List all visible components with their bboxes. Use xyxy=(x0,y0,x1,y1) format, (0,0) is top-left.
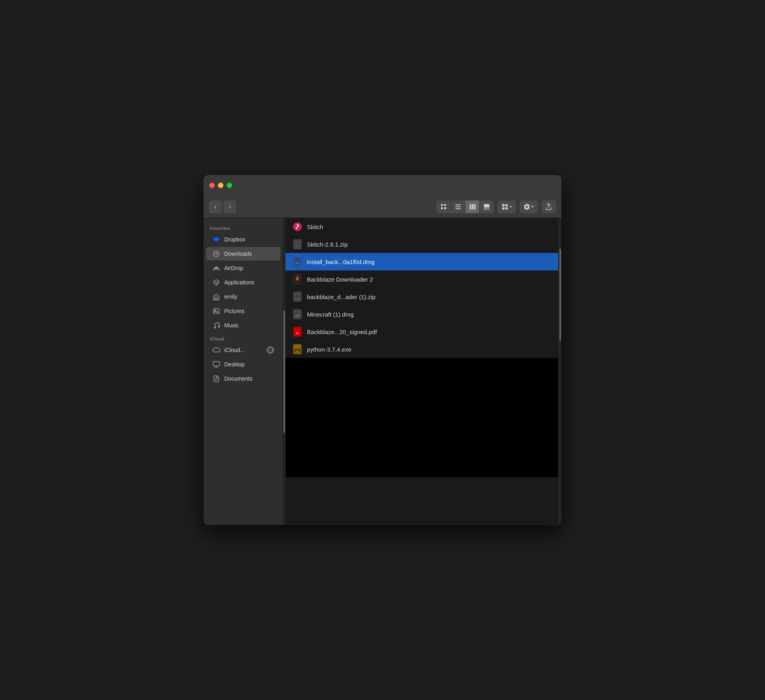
icloud-badge xyxy=(267,346,274,354)
svg-rect-3 xyxy=(444,207,446,209)
view-icon-btn[interactable] xyxy=(437,200,451,213)
sidebar-item-applications[interactable]: Applications xyxy=(206,276,280,289)
svg-rect-14 xyxy=(502,204,505,206)
svg-rect-13 xyxy=(488,208,489,210)
minecraft-dmg-file-name: Minecraft (1).dmg xyxy=(307,311,354,318)
svg-rect-11 xyxy=(484,208,485,210)
toolbar: ‹ › xyxy=(204,196,561,218)
svg-rect-2 xyxy=(441,207,443,209)
install-dmg-file-name: install_back...0a1f0d.dmg xyxy=(307,259,375,265)
back-button[interactable]: ‹ xyxy=(209,200,222,213)
column-scrollbar xyxy=(559,249,561,341)
sidebar-item-icloud[interactable]: iCloud... xyxy=(206,343,280,357)
backblaze-zip-file-name: backblaze_d...ader (1).zip xyxy=(307,294,376,300)
music-label: Music xyxy=(224,322,239,329)
file-item-python-exe[interactable]: EXE python-3.7.4.exe xyxy=(285,340,558,358)
sidebar: Favorites Dropbox Downloads xyxy=(204,218,283,525)
forward-button[interactable]: › xyxy=(223,200,236,213)
svg-rect-29 xyxy=(213,362,219,366)
applications-icon xyxy=(212,278,220,286)
backblaze-pdf-file-name: Backblaze...20_signed.pdf xyxy=(307,329,377,335)
group-dropdown-btn[interactable]: ▾ xyxy=(498,200,516,213)
svg-rect-42 xyxy=(293,309,301,319)
file-item-install-dmg[interactable]: DMG install_back...0a1f0d.dmg xyxy=(285,253,558,270)
column-divider[interactable] xyxy=(558,218,561,525)
maximize-button[interactable] xyxy=(227,183,232,188)
svg-text:EXE: EXE xyxy=(295,350,299,352)
file-item-minecraft-dmg[interactable]: DMG Minecraft (1).dmg xyxy=(285,305,558,323)
sidebar-item-dropbox[interactable]: Dropbox xyxy=(206,233,280,246)
backblaze-file-icon xyxy=(292,274,303,285)
zip-file-icon-2: ZIP xyxy=(292,291,303,302)
svg-rect-44 xyxy=(293,327,301,336)
file-list: Skitch ZIP Skitch-2.8.1.zip xyxy=(285,218,558,525)
sidebar-item-documents[interactable]: Documents xyxy=(206,372,280,385)
svg-rect-15 xyxy=(505,204,508,206)
preview-area xyxy=(285,358,558,477)
svg-text:ZIP: ZIP xyxy=(295,245,299,247)
sidebar-item-pictures[interactable]: Pictures xyxy=(206,304,280,318)
skitch-file-icon xyxy=(292,221,303,232)
dropbox-label: Dropbox xyxy=(224,236,245,243)
pdf-file-icon: PDF xyxy=(292,326,303,337)
documents-icon xyxy=(212,375,220,383)
python-exe-file-name: python-3.7.4.exe xyxy=(307,346,351,353)
icloud-label: iCloud xyxy=(204,332,283,343)
svg-rect-9 xyxy=(474,204,476,210)
exe-file-icon: EXE xyxy=(292,344,303,355)
dmg-file-icon-1: DMG xyxy=(292,256,303,267)
backblaze-dl-file-name: Backblaze Downloader 2 xyxy=(307,276,373,283)
skitch-file-name: Skitch xyxy=(307,224,323,230)
file-item-backblaze-zip[interactable]: ZIP backblaze_d...ader (1).zip xyxy=(285,288,558,305)
file-panel: Skitch ZIP Skitch-2.8.1.zip xyxy=(285,218,558,525)
zip-file-icon-1: ZIP xyxy=(292,239,303,250)
dmg-file-icon-2: DMG xyxy=(292,309,303,320)
pictures-label: Pictures xyxy=(224,308,245,314)
sidebar-scrollbar[interactable] xyxy=(283,310,285,433)
icloud-drive-label: iCloud... xyxy=(224,347,245,353)
svg-line-20 xyxy=(214,281,216,283)
desktop-icon xyxy=(212,360,220,368)
downloads-icon xyxy=(212,250,220,258)
svg-text:PDF: PDF xyxy=(295,332,299,334)
dropbox-icon xyxy=(212,235,220,243)
view-column-btn[interactable] xyxy=(465,200,480,213)
file-item-backblaze-pdf[interactable]: PDF Backblaze...20_signed.pdf xyxy=(285,323,558,340)
svg-rect-12 xyxy=(486,208,488,210)
file-item-skitch-zip[interactable]: ZIP Skitch-2.8.1.zip xyxy=(285,235,558,253)
svg-rect-0 xyxy=(441,204,443,206)
svg-rect-6 xyxy=(455,208,461,209)
finder-window: ‹ › xyxy=(204,175,561,525)
main-content: Favorites Dropbox Downloads xyxy=(204,218,561,525)
icloud-icon xyxy=(212,346,220,354)
share-button[interactable] xyxy=(542,200,556,213)
minimize-button[interactable] xyxy=(218,183,223,188)
sidebar-item-airdrop[interactable]: AirDrop xyxy=(206,261,280,275)
sidebar-item-emily[interactable]: emily xyxy=(206,290,280,303)
svg-rect-17 xyxy=(505,207,508,210)
nav-buttons: ‹ › xyxy=(209,200,236,213)
svg-rect-23 xyxy=(215,297,217,299)
sidebar-item-downloads[interactable]: Downloads xyxy=(206,247,280,261)
close-button[interactable] xyxy=(209,183,215,188)
svg-text:DMG: DMG xyxy=(295,262,299,264)
airdrop-icon xyxy=(212,264,220,272)
skitch-zip-file-name: Skitch-2.8.1.zip xyxy=(307,241,348,248)
downloads-label: Downloads xyxy=(224,251,252,257)
documents-label: Documents xyxy=(224,375,252,382)
view-gallery-btn[interactable] xyxy=(480,200,494,213)
svg-rect-8 xyxy=(472,204,473,210)
svg-text:DMG: DMG xyxy=(295,315,299,317)
svg-rect-1 xyxy=(444,204,446,206)
svg-rect-4 xyxy=(455,204,461,205)
sidebar-item-music[interactable]: Music xyxy=(206,319,280,332)
file-item-backblaze-dl[interactable]: Backblaze Downloader 2 xyxy=(285,270,558,288)
action-dropdown-btn[interactable]: ▾ xyxy=(520,200,538,213)
sidebar-item-desktop[interactable]: Desktop xyxy=(206,358,280,371)
svg-rect-5 xyxy=(455,206,461,207)
music-icon xyxy=(212,321,220,329)
view-list-btn[interactable] xyxy=(451,200,465,213)
svg-line-21 xyxy=(216,281,219,283)
file-item-skitch[interactable]: Skitch xyxy=(285,218,558,235)
pictures-icon xyxy=(212,307,220,315)
